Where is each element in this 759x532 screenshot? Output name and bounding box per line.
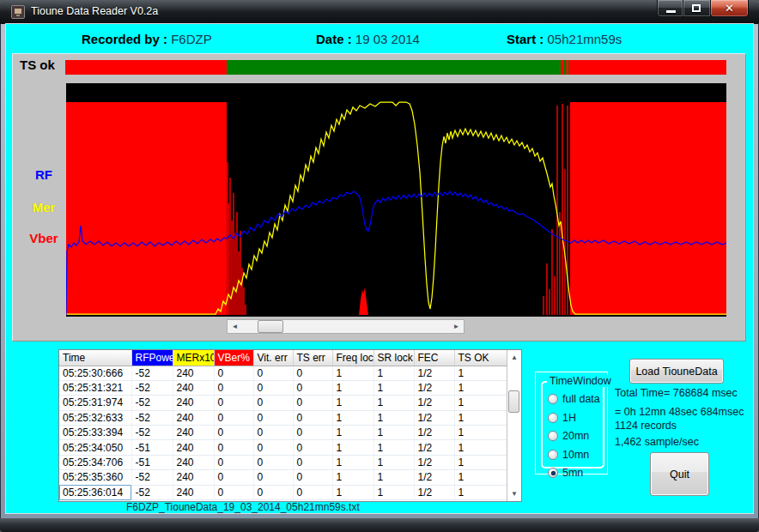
quit-button[interactable]: Quit xyxy=(650,452,709,496)
table-cell[interactable]: 0 xyxy=(214,470,253,485)
table-cell[interactable]: 1 xyxy=(373,410,414,425)
table-cell[interactable]: 1 xyxy=(373,426,414,440)
table-cell[interactable]: 0 xyxy=(214,485,253,499)
time-window-option-1h[interactable]: 1H xyxy=(548,412,600,424)
table-cell[interactable]: 1 xyxy=(332,380,373,395)
table-cell[interactable]: 0 xyxy=(214,410,253,425)
table-cell[interactable]: 1 xyxy=(454,485,507,499)
table-cell[interactable]: 1 xyxy=(332,455,373,469)
table-cell[interactable]: -52 xyxy=(131,396,173,410)
table-cell[interactable]: 0 xyxy=(293,410,332,425)
time-window-option-full-data[interactable]: full data xyxy=(548,393,600,405)
table-cell[interactable]: -51 xyxy=(131,440,173,455)
table-cell[interactable]: 0 xyxy=(253,485,293,499)
table-cell[interactable]: 1 xyxy=(454,470,507,485)
table-cell[interactable]: 0 xyxy=(253,366,293,380)
table-cell[interactable]: 1 xyxy=(454,410,507,425)
table-cell[interactable]: 05:25:30:666 xyxy=(59,366,131,380)
table-cell[interactable]: 1/2 xyxy=(414,470,454,485)
table-cell[interactable]: -52 xyxy=(131,485,173,499)
table-cell[interactable]: -52 xyxy=(131,470,173,485)
table-cell[interactable]: 1/2 xyxy=(414,380,454,395)
h-scroll-thumb[interactable] xyxy=(258,320,283,333)
table-cell[interactable]: 1 xyxy=(454,396,507,410)
table-cell[interactable]: 1 xyxy=(332,470,373,485)
table-cell[interactable]: 1 xyxy=(332,440,373,455)
radio-icon[interactable] xyxy=(548,394,558,404)
minimize-button[interactable] xyxy=(657,0,683,17)
table-cell[interactable]: 240 xyxy=(173,440,214,455)
v-scroll-track[interactable] xyxy=(507,365,521,487)
table-cell[interactable]: 1 xyxy=(332,366,373,380)
load-tiounedata-button[interactable]: Load TiouneData xyxy=(629,359,724,384)
table-cell[interactable]: 0 xyxy=(293,426,332,440)
table-cell[interactable]: 05:25:34:706 xyxy=(59,455,131,469)
time-window-option-5mn[interactable]: 5mn xyxy=(548,467,600,479)
table-cell[interactable]: 240 xyxy=(173,426,214,440)
table-cell[interactable]: 1 xyxy=(332,426,373,440)
table-cell[interactable]: 0 xyxy=(253,470,293,485)
table-cell[interactable]: 05:25:31:974 xyxy=(59,396,131,410)
time-window-option-20mn[interactable]: 20mn xyxy=(548,430,600,442)
table-cell[interactable]: 1/2 xyxy=(414,426,454,440)
table-cell[interactable]: 0 xyxy=(293,396,332,410)
table-cell[interactable]: 240 xyxy=(173,366,214,380)
scroll-left-button[interactable]: ◄ xyxy=(228,320,242,333)
table-cell[interactable]: 1/2 xyxy=(414,366,454,380)
table-cell[interactable]: 1/2 xyxy=(414,485,454,499)
scroll-right-button[interactable]: ► xyxy=(449,320,464,333)
table-cell[interactable]: 1 xyxy=(373,455,414,469)
title-bar[interactable]: Tioune Data Reader V0.2a ✕ xyxy=(0,0,759,24)
table-cell[interactable]: 1 xyxy=(373,470,414,485)
radio-icon[interactable] xyxy=(548,450,558,460)
table-cell[interactable]: 1 xyxy=(373,380,414,395)
table-cell[interactable]: 1 xyxy=(332,410,373,425)
table-cell[interactable]: 0 xyxy=(214,426,253,440)
table-cell[interactable]: 1 xyxy=(454,366,507,380)
table-cell[interactable]: 0 xyxy=(253,410,293,425)
table-cell[interactable]: 0 xyxy=(293,380,332,395)
table-cell[interactable]: -51 xyxy=(131,455,173,469)
close-button[interactable]: ✕ xyxy=(710,0,749,17)
table-cell[interactable]: 1 xyxy=(454,426,507,440)
table-cell[interactable]: 0 xyxy=(253,426,293,440)
table-cell[interactable]: 0 xyxy=(214,380,253,395)
table-cell[interactable]: 0 xyxy=(214,366,253,380)
table-cell[interactable]: 0 xyxy=(293,485,332,499)
table-cell[interactable]: 0 xyxy=(293,455,332,469)
table-cell[interactable]: 1 xyxy=(332,485,373,499)
table-cell[interactable]: 05:25:36:014 xyxy=(59,485,131,499)
table-cell[interactable]: 1/2 xyxy=(414,455,454,469)
table-cell[interactable]: 0 xyxy=(293,470,332,485)
table-cell[interactable]: 0 xyxy=(293,440,332,455)
table-cell[interactable]: 1/2 xyxy=(414,440,454,455)
radio-icon[interactable] xyxy=(548,431,558,441)
radio-selected-icon[interactable] xyxy=(548,468,558,478)
table-cell[interactable]: 1 xyxy=(373,485,414,499)
table-cell[interactable]: -52 xyxy=(131,366,173,380)
table-cell[interactable]: 0 xyxy=(253,396,293,410)
table-cell[interactable]: 240 xyxy=(173,410,214,425)
time-window-option-10mn[interactable]: 10mn xyxy=(548,449,600,461)
table-cell[interactable]: 1/2 xyxy=(414,396,454,410)
table-cell[interactable]: 1 xyxy=(454,440,507,455)
table-cell[interactable]: 1 xyxy=(454,455,507,469)
table-cell[interactable]: -52 xyxy=(131,410,173,425)
table-cell[interactable]: 0 xyxy=(293,366,332,380)
v-scroll-thumb[interactable] xyxy=(508,390,519,413)
table-cell[interactable]: 05:25:35:360 xyxy=(59,470,131,485)
table-cell[interactable]: 05:25:32:633 xyxy=(59,410,131,425)
radio-icon[interactable] xyxy=(548,413,558,423)
table-cell[interactable]: 05:25:34:050 xyxy=(59,440,131,455)
table-cell[interactable]: 240 xyxy=(173,470,214,485)
table-cell[interactable]: 240 xyxy=(173,485,214,499)
table-cell[interactable]: -52 xyxy=(131,426,173,440)
table-cell[interactable]: 05:25:31:321 xyxy=(59,380,131,395)
scroll-up-button[interactable]: ▲ xyxy=(507,350,521,365)
table-cell[interactable]: -52 xyxy=(131,380,173,395)
table-cell[interactable]: 0 xyxy=(253,455,293,469)
table-cell[interactable]: 1 xyxy=(454,380,507,395)
table-cell[interactable]: 1 xyxy=(332,396,373,410)
table-cell[interactable]: 1 xyxy=(373,440,414,455)
table-cell[interactable]: 0 xyxy=(253,380,293,395)
